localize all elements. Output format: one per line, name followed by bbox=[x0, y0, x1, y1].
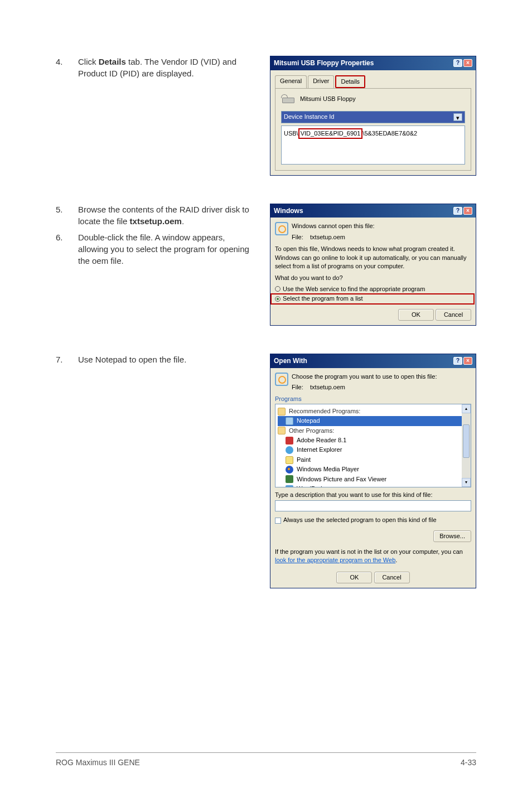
windows-paragraph: To open this file, Windows needs to know… bbox=[275, 245, 471, 270]
cancel-button[interactable]: Cancel bbox=[436, 309, 471, 321]
wordpad-icon bbox=[286, 485, 293, 487]
instance-id-box: USB\VID_03EE&PID_6901\5&35EDA8E7&0&2 bbox=[281, 125, 465, 165]
step-4-pre: Click bbox=[78, 57, 99, 66]
always-use-row[interactable]: Always use the selected program to open … bbox=[275, 516, 471, 524]
close-button[interactable]: × bbox=[463, 207, 472, 215]
help-button[interactable]: ? bbox=[453, 357, 462, 365]
folder-icon bbox=[278, 427, 286, 434]
ok-button[interactable]: OK bbox=[336, 572, 372, 583]
not-in-list-pre: If the program you want is not in the li… bbox=[275, 548, 463, 555]
step-6-number: 6. bbox=[56, 231, 67, 267]
program-label: Paint bbox=[297, 456, 311, 464]
pic-viewer-icon bbox=[286, 475, 293, 483]
what-do-label: What do you want to do? bbox=[275, 274, 471, 282]
device-instance-combo[interactable]: Device Instance Id ▾ bbox=[281, 111, 465, 123]
program-wordpad[interactable]: WordPad bbox=[278, 484, 468, 487]
file-icon bbox=[275, 373, 288, 386]
adobe-icon bbox=[286, 437, 293, 445]
program-label: WordPad bbox=[297, 485, 322, 487]
program-label: Windows Picture and Fax Viewer bbox=[297, 475, 386, 484]
step-7-number: 7. bbox=[56, 354, 67, 365]
device-name: Mitsumi USB Floppy bbox=[300, 95, 356, 103]
help-button[interactable]: ? bbox=[453, 59, 462, 67]
open-with-dialog: Open With ? × Choose the program you wan… bbox=[270, 354, 476, 588]
program-adobe[interactable]: Adobe Reader 8.1 bbox=[278, 436, 468, 445]
description-input[interactable] bbox=[275, 500, 471, 511]
step-5-post: . bbox=[182, 216, 184, 226]
file-name: txtsetup.oem bbox=[310, 384, 345, 390]
program-notepad[interactable]: Notepad bbox=[278, 416, 468, 426]
close-button[interactable]: × bbox=[463, 357, 472, 365]
program-label: Adobe Reader 8.1 bbox=[297, 436, 346, 445]
footer-right: 4-33 bbox=[461, 757, 476, 769]
program-label: Internet Explorer bbox=[297, 446, 342, 454]
step-6-text: Double-click the file. A window appears,… bbox=[78, 231, 253, 267]
ie-icon bbox=[286, 446, 293, 454]
file-label: File: bbox=[292, 234, 303, 240]
windows-dialog: Windows ? × Windows cannot open this fil… bbox=[270, 204, 476, 326]
file-icon bbox=[275, 222, 288, 235]
program-label: Windows Media Player bbox=[297, 465, 359, 474]
checkbox-icon[interactable] bbox=[275, 518, 281, 524]
option-web-service[interactable]: Use the Web service to find the appropri… bbox=[275, 285, 471, 293]
type-desc-label: Type a description that you want to use … bbox=[275, 491, 471, 499]
program-label: Notepad bbox=[297, 417, 320, 425]
scroll-down-icon[interactable]: ▾ bbox=[462, 478, 471, 487]
file-label: File: bbox=[292, 384, 303, 390]
choose-program-label: Choose the program you want to use to op… bbox=[292, 373, 471, 381]
wmp-icon bbox=[286, 466, 293, 474]
option-select-label: Select the program from a list bbox=[283, 294, 363, 303]
option-web-label: Use the Web service to find the appropri… bbox=[283, 285, 425, 293]
scrollbar[interactable]: ▴ ▾ bbox=[462, 404, 471, 487]
cannot-open-label: Windows cannot open this file: bbox=[292, 222, 471, 230]
program-ie[interactable]: Internet Explorer bbox=[278, 445, 468, 455]
footer-left: ROG Maximus III GENE bbox=[56, 757, 140, 769]
tab-driver[interactable]: Driver bbox=[308, 75, 334, 88]
scroll-up-icon[interactable]: ▴ bbox=[462, 404, 471, 413]
folder-icon bbox=[278, 408, 286, 416]
vid-pid-highlight: VID_03EE&PID_6901 bbox=[298, 128, 363, 139]
combo-label: Device Instance Id bbox=[284, 113, 335, 121]
file-name: txtsetup.oem bbox=[310, 234, 345, 240]
radio-icon bbox=[275, 296, 280, 302]
always-use-label: Always use the selected program to open … bbox=[283, 516, 437, 523]
step-5-bold: txtsetup.oem bbox=[130, 216, 182, 226]
step-4-number: 4. bbox=[56, 56, 67, 79]
close-button[interactable]: × bbox=[463, 59, 472, 67]
step-7-text: Use Notepad to open the file. bbox=[78, 354, 253, 365]
program-wpfv[interactable]: Windows Picture and Fax Viewer bbox=[278, 475, 468, 484]
properties-dialog: Mitsumi USB Floppy Properties ? × Genera… bbox=[270, 56, 476, 176]
program-paint[interactable]: Paint bbox=[278, 455, 468, 465]
tab-details[interactable]: Details bbox=[336, 76, 364, 87]
scroll-thumb[interactable] bbox=[463, 424, 470, 458]
program-wmp[interactable]: Windows Media Player bbox=[278, 465, 468, 474]
browse-button[interactable]: Browse... bbox=[433, 530, 471, 542]
look-web-link[interactable]: look for the appropriate program on the … bbox=[275, 557, 395, 563]
notepad-icon bbox=[286, 417, 293, 425]
details-tab-highlight: Details bbox=[335, 75, 365, 88]
usb-suffix: \5&35EDA8E7&0&2 bbox=[362, 130, 417, 137]
step-4-text: Click Details tab. The Vendor ID (VID) a… bbox=[78, 56, 253, 79]
ok-button[interactable]: OK bbox=[398, 309, 434, 321]
windows-title: Windows bbox=[274, 206, 303, 216]
step-5-number: 5. bbox=[56, 204, 67, 227]
floppy-icon bbox=[281, 94, 296, 104]
usb-prefix: USB\ bbox=[284, 130, 298, 137]
help-button[interactable]: ? bbox=[453, 207, 462, 215]
cancel-button[interactable]: Cancel bbox=[374, 572, 410, 583]
open-with-title: Open With bbox=[274, 356, 307, 366]
tab-general[interactable]: General bbox=[275, 75, 307, 88]
step-4-bold: Details bbox=[99, 57, 126, 66]
not-in-list-text: If the program you want is not in the li… bbox=[275, 548, 471, 565]
programs-list[interactable]: Recommended Programs: Notepad Other Prog… bbox=[275, 404, 471, 487]
dropdown-arrow-icon[interactable]: ▾ bbox=[453, 113, 462, 121]
option-select-program[interactable]: Select the program from a list bbox=[275, 294, 471, 303]
radio-icon bbox=[275, 286, 280, 292]
properties-title: Mitsumi USB Floppy Properties bbox=[274, 59, 374, 68]
other-group: Other Programs: bbox=[289, 427, 334, 435]
recommended-group: Recommended Programs: bbox=[289, 407, 360, 416]
paint-icon bbox=[286, 456, 293, 464]
step-5-text: Browse the contents of the RAID driver d… bbox=[78, 204, 253, 227]
programs-label: Programs bbox=[275, 395, 471, 403]
